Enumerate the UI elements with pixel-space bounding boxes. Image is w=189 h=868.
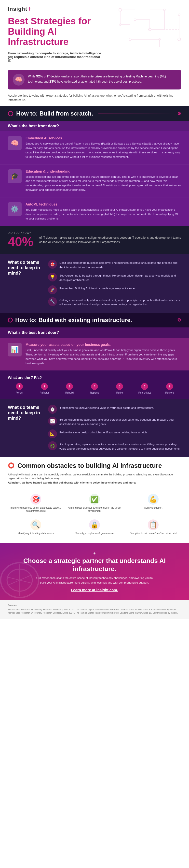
measure-icon: 📊 <box>8 343 22 356</box>
r-label-1: Rehost <box>15 391 23 394</box>
team-existing-point-2: 📈 Be principled in the approach, take yo… <box>48 417 181 427</box>
r-item-6: 6 Rearchitect <box>133 383 156 394</box>
seven-rs-section: What are the 7 R's? 1 Rehost 2 Refactor … <box>0 370 189 399</box>
team-existing-point-1: ⏱️ It takes time to uncover existing val… <box>48 405 181 414</box>
r-number-4: 4 <box>91 383 98 390</box>
main-title: Best Strategies for Building AI Infrastr… <box>8 16 91 47</box>
debt-icon: 🔧 <box>48 297 57 306</box>
footer-title: Choose a strategic partner that understa… <box>8 557 181 573</box>
education-body: Missed expectations are one of the bigge… <box>26 175 181 192</box>
r-label-3: Rebuild <box>65 391 74 394</box>
section-header-scratch: How to: Build from scratch. ⚙ <box>0 106 189 121</box>
obstacle-6-label: Discipline to not create 'new' technical… <box>130 532 177 535</box>
measure-body: First, understand exactly what your busi… <box>26 348 181 366</box>
obstacle-5: 🔒 Security, compliance & governance <box>67 518 122 537</box>
team-point-1: 🎯 Don't lose sight of the business objec… <box>48 260 181 270</box>
obstacle-2-icon: ✅ <box>89 494 100 505</box>
obstacle-4-icon: 🔍 <box>31 520 41 530</box>
obstacle-2-label: Aligning best practices & efficiencies i… <box>68 506 121 513</box>
team-point-1-text: Don't lose sight of the business objecti… <box>60 260 181 270</box>
card-automl: ⚙️ AutoML techniques You don't necessari… <box>0 197 189 226</box>
team-existing-point-3: 📐 Follow the same design principles as i… <box>48 430 181 438</box>
stats-banner: 🧠 While 92% of IT decision-makers report… <box>8 70 181 90</box>
obstacle-6: 📋 Discipline to not create 'new' technic… <box>125 518 181 537</box>
logo-plus-icon: ✛ <box>28 6 31 12</box>
measure-content: Measure your assets based on your busine… <box>26 343 181 366</box>
teams-points: 🎯 Don't lose sight of the business objec… <box>48 260 181 307</box>
principle-icon: 📈 <box>48 417 57 426</box>
team-existing-point-4: ♻️ It's okay to retire, replace or refac… <box>48 441 181 451</box>
obstacle-2: ✅ Aligning best practices & efficiencies… <box>67 492 122 515</box>
logo: Insight ✛ <box>8 6 181 12</box>
automl-content: AutoML techniques You don't necessarily … <box>26 202 181 221</box>
seven-rs-label: What are the 7 R's? <box>8 375 181 379</box>
time-icon: ⏱️ <box>48 405 57 414</box>
obstacle-4: 🔍 Identifying & locating data assets <box>8 518 64 537</box>
teams-existing-label-col: What do teams need to keep in mind? <box>8 405 42 451</box>
embedded-ai-title: Embedded AI services <box>26 136 181 140</box>
header-section: Insight ✛ Best Strategies for Building A… <box>0 0 189 106</box>
retire-icon: ♻️ <box>48 441 57 450</box>
automl-body: You don't necessarily need to hire a tea… <box>26 208 181 221</box>
r-item-2: 2 Refactor <box>33 383 56 394</box>
target-icon: 🎯 <box>48 260 57 269</box>
team-point-2-text: Set yourself up to be agile through thin… <box>60 273 181 282</box>
team-point-4: 🔧 Cutting corners will only add to techn… <box>48 297 181 307</box>
obstacle-4-label: Identifying & locating data assets <box>18 532 54 535</box>
embedded-ai-icon: 🧠 <box>8 136 22 150</box>
agile-icon: 💡 <box>48 273 57 281</box>
automl-title: AutoML techniques <box>26 202 181 206</box>
measure-title: Measure your assets based on your busine… <box>26 343 181 347</box>
automl-icon: ⚙️ <box>8 202 22 216</box>
front-door-label-scratch: What's the best front door? <box>0 121 189 131</box>
teams-existing-points: ⏱️ It takes time to uncover existing val… <box>48 405 181 451</box>
footer-body: Our experience spans the entire scope of… <box>33 576 156 585</box>
r-number-3: 3 <box>66 383 73 390</box>
dyk-label: Did you know? <box>8 231 33 234</box>
obstacle-5-icon: 🔒 <box>89 520 100 530</box>
r-number-2: 2 <box>41 383 48 390</box>
front-door-label-existing: What's the best front door? <box>0 328 189 338</box>
r-label-4: Replace <box>90 391 99 394</box>
obstacles-circle-icon: ⭕ <box>8 462 14 469</box>
gear-decoration-icon: ⚙ <box>177 111 181 116</box>
existing-gear-icon: ⚙ <box>177 317 181 323</box>
logo-text: Insight <box>8 6 27 12</box>
design-icon: 📐 <box>48 430 57 438</box>
r-label-7: Restore <box>165 391 174 394</box>
obstacle-3-icon: 💪 <box>148 494 158 505</box>
team-point-4-text: Cutting corners will only add to technic… <box>60 297 181 307</box>
footer-eyebrow: ◉ <box>8 552 181 555</box>
sources-section: Sources: MarketPulse Research By Foundry… <box>0 600 189 619</box>
teams-existing-label: What do teams need to keep in mind? <box>8 405 42 421</box>
r-label-6: Rearchitect <box>139 391 151 394</box>
r-item-5: 5 Retire <box>108 383 131 394</box>
team-existing-point-4-text: It's okay to retire, replace or refactor… <box>60 441 181 451</box>
footer-learn-more[interactable]: Learn more at insight.com. <box>8 588 181 592</box>
header-subtitle: From networking to compute to storage, A… <box>8 51 101 62</box>
obstacle-3-label: Ability to support <box>144 506 162 509</box>
obstacle-1-label: Identifying business goals, data estate … <box>9 506 63 513</box>
teams-scratch-section: What do teams need to keep in mind? 🎯 Do… <box>0 254 189 313</box>
obstacles-intro: Although AI infrastructure can be incred… <box>8 472 181 485</box>
did-you-know-section: Did you know? 40% of IT decision-makers … <box>0 226 189 254</box>
team-existing-point-3-text: Follow the same design principles as if … <box>60 430 148 435</box>
team-point-3: 🚀 Remember: Building AI infrastructure i… <box>48 285 181 294</box>
education-icon: 🎓 <box>8 169 22 183</box>
r-item-1: 1 Rehost <box>8 383 31 394</box>
cards-scratch-section: 🧠 Embedded AI services Embedded AI servi… <box>0 131 189 226</box>
source-2: MarketPulse Research By Foundry Research… <box>8 611 181 615</box>
team-existing-point-1-text: It takes time to uncover existing value … <box>60 405 154 410</box>
sources-title: Sources: <box>8 604 181 607</box>
measure-assets-card: 📊 Measure your assets based on your busi… <box>0 338 189 370</box>
teams-existing-section: What do teams need to keep in mind? ⏱️ I… <box>0 399 189 457</box>
team-point-2: 💡 Set yourself up to be agile through th… <box>48 273 181 282</box>
dyk-text: of IT decision-makers rank cultural misa… <box>39 236 181 244</box>
team-point-3-text: Remember: Building AI infrastructure is … <box>60 285 136 291</box>
obstacle-3: 💪 Ability to support <box>125 492 181 515</box>
teams-label-col: What do teams need to keep in mind? <box>8 260 42 307</box>
stats-text: While 92% of IT decision-makers report t… <box>28 74 176 84</box>
journey-icon: 🚀 <box>48 285 57 294</box>
r-label-2: Refactor <box>40 391 49 394</box>
dyk-percent: 40% <box>8 235 33 248</box>
